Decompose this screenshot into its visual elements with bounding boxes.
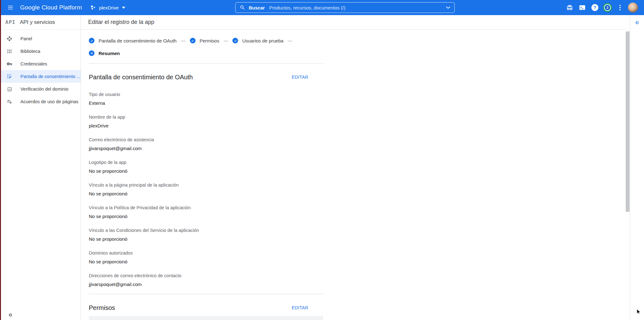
section-title: Permisos [89,304,115,312]
collapse-sidebar-icon[interactable] [8,312,13,317]
hamburger-menu-icon[interactable] [5,2,16,13]
sidebar-menu: Panel Biblioteca Credenciales Pantalla d… [0,30,81,108]
section-oauth-header: Pantalla de consentimiento de OAuth EDIT… [89,73,323,81]
help-icon[interactable]: ? [589,1,601,14]
step-1-label[interactable]: Pantalla de consentimiento de OAuth [99,38,177,43]
section-permisos-header: Permisos EDITAR [89,304,323,312]
sidebar-item-acuerdos-paginas[interactable]: Acuerdos de uso de páginas [0,95,81,108]
sidebar-item-verificacion-dominio[interactable]: Verificación del dominio [0,83,81,95]
step-4-label[interactable]: Resumen [99,51,120,56]
page-usage-agreements-icon [6,98,13,105]
step-3-check-icon[interactable] [232,38,238,43]
domain-verification-icon [6,86,13,92]
field-dominios-autorizados: Dominios autorizados No se proporcionó [89,250,630,265]
sidebar-item-biblioteca[interactable]: Biblioteca [0,45,81,58]
sidebar-item-credenciales[interactable]: Credenciales [0,58,81,70]
app-registration-summary: Pantalla de consentimiento de OAuth — Pe… [81,30,630,320]
step-separator: — [224,38,228,43]
step-2-check-icon[interactable] [190,38,196,43]
page-title: Editar el registro de la app [88,19,154,25]
project-switcher[interactable]: plexDrive [90,4,125,11]
top-bar: Google Cloud Platform plexDrive Buscar P… [0,0,644,15]
search-label: Buscar [249,5,265,10]
scrollbar-thumb[interactable] [626,31,630,212]
field-pagina-principal: Vínculo a la página principal de la apli… [89,182,630,197]
stepper-row-2: 4 Resumen [89,50,630,56]
field-tipo-usuario: Tipo de usuario Externa [89,92,630,106]
sidebar-item-label: Credenciales [20,61,47,66]
step-4-number-icon[interactable]: 4 [89,50,94,56]
search-placeholder: Productos, recursos, documentos (/) [269,5,345,10]
field-correo-contacto: Direcciones de correo electrónico de con… [89,273,630,287]
divider [89,294,323,294]
notifications-badge[interactable]: 2 [601,1,614,14]
sidebar-item-label: Panel [20,36,32,41]
help-glyph: ? [594,5,596,10]
right-rail [630,15,644,320]
field-politica-privacidad: Vínculo a la Política de Privacidad de l… [89,205,630,219]
section-title: Pantalla de consentimiento de OAuth [89,73,193,81]
sidebar-header: API API y servicios [0,15,81,30]
sidebar-item-pantalla-consentimiento[interactable]: Pantalla de consentimiento ... [0,70,81,83]
permisos-table-header-strip [89,316,323,320]
stepper-row-1: Pantalla de consentimiento de OAuth — Pe… [89,38,630,43]
cloud-shell-icon[interactable] [576,1,589,14]
sidebar: API API y servicios Panel Biblioteca Cre… [0,15,81,320]
sidebar-item-label: Acuerdos de uso de páginas [20,99,78,104]
gift-icon[interactable] [563,1,576,14]
sidebar-title: API y servicios [20,19,55,25]
library-icon [6,48,13,54]
search-expand-chevron-icon[interactable] [446,6,450,9]
main-content: Editar el registro de la app Pantalla de… [81,15,630,320]
step-3-label[interactable]: Usuarios de prueba [242,38,283,43]
field-correo-asistencia: Correo electrónico de asistencia jjivars… [89,137,630,151]
consent-screen-icon [6,73,13,80]
field-logotipo: Logotipo de la app No se proporcionó [89,160,630,174]
step-separator: — [288,38,292,43]
collapse-panel-icon[interactable] [634,20,640,25]
sidebar-item-panel[interactable]: Panel [0,32,81,45]
project-name: plexDrive [99,5,119,10]
notification-count: 2 [605,5,610,10]
search-icon [240,5,245,10]
edit-permisos-button[interactable]: EDITAR [292,305,308,310]
sidebar-item-label: Pantalla de consentimiento ... [20,74,80,79]
step-2-label[interactable]: Permisos [200,38,219,43]
search-input[interactable]: Buscar Productos, recursos, documentos (… [235,2,455,13]
panel-icon [6,36,13,42]
key-icon [6,61,13,67]
sidebar-item-label: Biblioteca [20,49,40,54]
window-edge-strip [0,0,1,320]
kebab-menu-icon[interactable] [614,1,626,14]
page-header: Editar el registro de la app [81,15,630,30]
product-logo[interactable]: Google Cloud Platform [20,4,82,11]
mouse-cursor [636,309,641,316]
divider [89,63,323,64]
main-scrollbar [626,15,630,320]
step-separator: — [181,38,185,43]
project-icon [90,4,96,11]
topbar-actions: ? 2 [563,0,638,15]
field-nombre-app: Nombre de la app plexDrive [89,114,630,129]
api-logo-icon: API [5,19,15,25]
field-condiciones-servicio: Vínculo a las Condiciones del Servicio d… [89,227,630,242]
oauth-fields: Tipo de usuario Externa Nombre de la app… [89,92,630,287]
chevron-down-icon [122,7,125,9]
avatar[interactable] [628,3,638,13]
edit-oauth-button[interactable]: EDITAR [292,75,308,80]
sidebar-item-label: Verificación del dominio [20,87,68,92]
step-1-check-icon[interactable] [89,38,94,43]
